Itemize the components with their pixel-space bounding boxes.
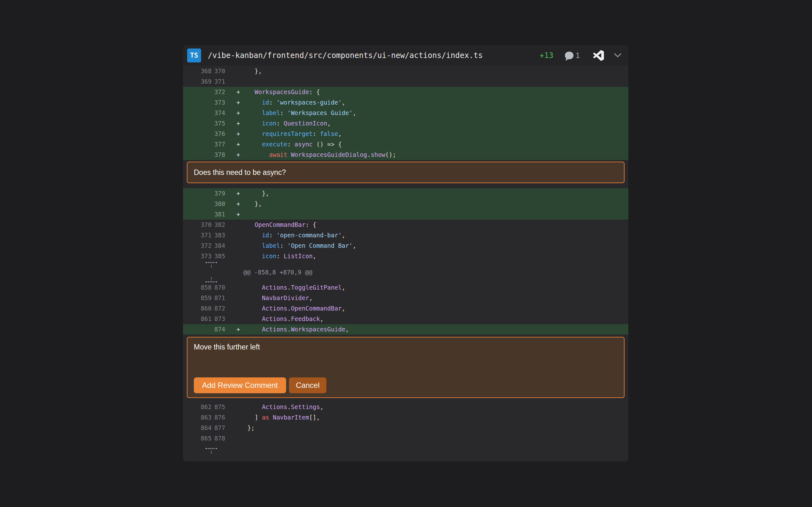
new-line-number: 380: [212, 199, 225, 209]
old-line-number: 865: [183, 433, 212, 444]
code-token: label: [262, 242, 280, 249]
code-token: as: [262, 414, 269, 421]
new-line-number: 877: [212, 423, 225, 433]
open-in-vscode-icon[interactable]: [593, 50, 604, 61]
code-token: :: [276, 252, 284, 260]
file-path: /vibe-kanban/frontend/src/components/ui-…: [208, 51, 483, 60]
code-token: [240, 151, 269, 158]
code-token: async: [295, 141, 313, 148]
code-token: :: [269, 99, 276, 106]
old-line-number: 859: [183, 293, 212, 303]
code-token: 'Open Command Bar': [287, 242, 353, 249]
code-line: },: [240, 188, 269, 199]
diff-row: 372384 label: 'Open Command Bar',: [183, 240, 628, 251]
old-line-number: 862: [183, 402, 212, 412]
code-token: 'open-command-bar': [276, 232, 342, 239]
new-line-number: 870: [212, 282, 225, 293]
code-token: ,: [313, 252, 316, 260]
old-line-number: 863: [183, 412, 212, 423]
code-token: :: [287, 141, 295, 148]
new-line-number: 384: [212, 240, 225, 251]
cancel-button[interactable]: Cancel: [289, 377, 327, 393]
code-token: icon: [262, 120, 276, 127]
change-marker: [225, 220, 240, 230]
expand-down-button[interactable]: ↓: [206, 262, 218, 268]
old-line-number: 372: [183, 240, 212, 251]
old-line-number: 861: [183, 314, 212, 324]
old-line-number: [183, 87, 212, 97]
code-token: Actions: [262, 326, 287, 333]
diff-row: 378+ await WorkspacesGuideDialog.show();: [183, 150, 628, 160]
diff-row: 858870 Actions.ToggleGitPanel,: [183, 282, 628, 293]
code-token: id: [262, 232, 269, 239]
code-token: WorkspacesGuide: [291, 326, 345, 333]
diff-row: 369371: [183, 76, 628, 87]
expand-down-button[interactable]: ↓: [206, 448, 218, 454]
new-line-number: 371: [212, 76, 225, 87]
comment-input[interactable]: Move this further left: [194, 342, 618, 377]
code-token: },: [240, 200, 262, 207]
code-token: 'workspaces-guide': [276, 99, 342, 106]
new-line-number: 379: [212, 188, 225, 199]
header-actions: +13 1: [540, 50, 621, 61]
code-token: };: [240, 424, 255, 431]
code-token: [240, 315, 262, 322]
code-token: NavbarItem: [273, 414, 309, 421]
diff-row: 862875 Actions.Settings,: [183, 402, 628, 412]
old-line-number: [183, 97, 212, 108]
collapse-chevron-icon[interactable]: [614, 53, 621, 58]
code-line: Actions.Settings,: [240, 402, 323, 412]
diff-row: 859871 NavbarDivider,: [183, 293, 628, 303]
code-line: OpenCommandBar: {: [240, 220, 316, 230]
change-marker: [225, 293, 240, 303]
code-token: ,: [309, 294, 312, 301]
change-marker: [225, 303, 240, 314]
code-token: .: [287, 284, 291, 291]
code-token: () => {: [313, 141, 342, 148]
code-token: [240, 141, 262, 148]
old-line-number: 368: [183, 66, 212, 76]
comment-editor-strip: Move this further leftAdd Review Comment…: [183, 335, 628, 402]
review-comment: Does this need to be async?: [187, 162, 624, 183]
comment-count: 1: [576, 51, 580, 60]
code-token: label: [262, 109, 280, 116]
code-token: icon: [262, 252, 276, 260]
code-line: await WorkspacesGuideDialog.show();: [240, 150, 396, 160]
new-line-number: 383: [212, 230, 225, 240]
code-token: Actions: [262, 403, 287, 410]
new-line-number: 876: [212, 412, 225, 423]
code-token: Actions: [262, 284, 287, 291]
change-marker: [225, 402, 240, 412]
code-line: label: 'Open Command Bar',: [240, 240, 356, 251]
code-token: ListIcon: [284, 252, 313, 260]
change-marker: [225, 230, 240, 240]
code-token: ,: [353, 109, 356, 116]
code-token: :: [269, 232, 276, 239]
new-line-number: 871: [212, 293, 225, 303]
diff-row: 373385 icon: ListIcon,: [183, 251, 628, 262]
add-review-comment-button[interactable]: Add Review Comment: [194, 377, 286, 393]
diff-row: 379+ },: [183, 188, 628, 199]
code-line: },: [240, 199, 262, 209]
code-token: [240, 99, 262, 106]
comment-bubble-icon: [565, 52, 573, 59]
code-token: ,: [327, 120, 331, 127]
new-line-number: 874: [212, 324, 225, 335]
old-line-number: 371: [183, 230, 212, 240]
code-token: .: [287, 326, 291, 333]
code-token: requiresTarget: [262, 130, 313, 137]
diff-panel: TS /vibe-kanban/frontend/src/components/…: [183, 45, 628, 461]
change-marker: +: [225, 129, 240, 139]
new-line-number: 873: [212, 314, 225, 324]
old-line-number: [183, 199, 212, 209]
code-token: OpenCommandBar: [291, 305, 342, 312]
expand-up-button[interactable]: ↑: [206, 276, 218, 282]
arrow-up-icon: ↑: [206, 276, 217, 281]
change-marker: [225, 66, 240, 76]
new-line-number: 373: [212, 97, 225, 108]
code-line: label: 'Workspaces Guide',: [240, 108, 356, 118]
code-token: ,: [320, 403, 323, 410]
diff-row: 381+: [183, 209, 628, 220]
code-token: [240, 242, 262, 249]
code-line: },: [240, 66, 262, 76]
